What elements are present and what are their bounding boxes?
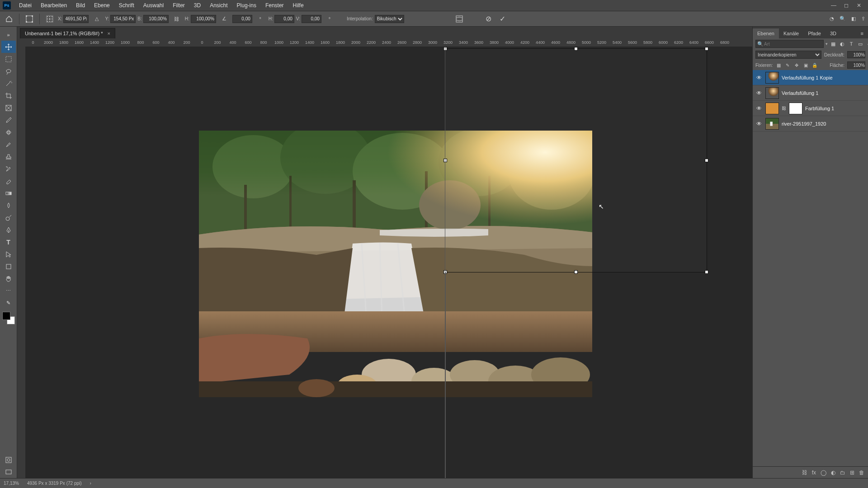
tab-pfade[interactable]: Pfade <box>803 28 826 38</box>
visibility-icon[interactable]: 👁 <box>755 90 763 96</box>
warp-mode-icon[interactable] <box>453 14 466 24</box>
share-icon[interactable]: ⇪ <box>861 16 865 22</box>
layer-thumb[interactable] <box>765 103 779 114</box>
skew-h-field[interactable] <box>274 15 294 23</box>
layer-mask-thumb[interactable] <box>789 103 802 114</box>
gradient-tool[interactable] <box>1 187 16 199</box>
layer-filter-input[interactable] <box>755 40 824 48</box>
visibility-icon[interactable]: 👁 <box>755 105 763 112</box>
new-group-icon[interactable]: 🗀 <box>840 469 845 476</box>
menu-3d[interactable]: 3D <box>189 0 205 11</box>
chevrons-icon[interactable]: » <box>1 28 16 41</box>
close-tab-icon[interactable]: × <box>107 31 110 36</box>
edit-toolbar-icon[interactable]: ✎ <box>1 297 16 309</box>
dodge-tool[interactable] <box>1 211 16 224</box>
filter-adjust-icon[interactable]: ◐ <box>839 40 846 47</box>
status-chevron-icon[interactable]: › <box>90 481 91 486</box>
layer-row[interactable]: 👁 Verlaufsfüllung 1 Kopie <box>753 70 868 85</box>
layer-fx-icon[interactable]: fx <box>812 469 816 476</box>
menu-plugins[interactable]: Plug-ins <box>232 0 261 11</box>
lock-position-icon[interactable]: ✥ <box>793 63 800 68</box>
heal-tool[interactable] <box>1 126 16 138</box>
lock-all-icon[interactable]: 🔒 <box>811 63 818 68</box>
frame-tool[interactable] <box>1 102 16 114</box>
transform-bounding-box[interactable] <box>445 48 707 272</box>
add-mask-icon[interactable]: ◯ <box>821 469 826 476</box>
wand-tool[interactable] <box>1 77 16 89</box>
document-tab[interactable]: Unbenannt-1 bei 17,1% (RGB/8#) * × <box>20 28 115 38</box>
reference-point-icon[interactable] <box>43 14 56 24</box>
layer-row[interactable]: 👁 river-2951997_1920 <box>753 116 868 131</box>
tab-kanaele[interactable]: Kanäle <box>779 28 803 38</box>
lock-artboard-icon[interactable]: ▣ <box>802 63 809 68</box>
menu-bearbeiten[interactable]: Bearbeiten <box>36 0 71 11</box>
eraser-tool[interactable] <box>1 175 16 187</box>
layer-row[interactable]: 👁 ⛓ Farbfüllung 1 <box>753 101 868 116</box>
stamp-tool[interactable] <box>1 150 16 163</box>
lock-transparency-icon[interactable]: ▦ <box>775 63 782 68</box>
y-field[interactable] <box>110 15 136 23</box>
screenmode-icon[interactable] <box>1 466 16 478</box>
delta-icon[interactable]: △ <box>90 14 103 24</box>
lasso-tool[interactable] <box>1 65 16 77</box>
menu-auswahl[interactable]: Auswahl <box>139 0 168 11</box>
link-wh-icon[interactable]: ⛓ <box>170 14 183 24</box>
commit-transform-icon[interactable]: ✓ <box>500 14 505 23</box>
x-field[interactable] <box>63 15 89 23</box>
interpolation-select[interactable]: Bikubisch <box>375 15 404 23</box>
history-brush-tool[interactable] <box>1 163 16 175</box>
shape-tool[interactable] <box>1 260 16 272</box>
delete-layer-icon[interactable]: 🗑 <box>859 469 864 476</box>
w-field[interactable] <box>143 15 169 23</box>
mask-link-icon[interactable]: ⛓ <box>782 106 786 111</box>
angle-field[interactable] <box>232 15 252 23</box>
brush-tool[interactable] <box>1 138 16 150</box>
blend-mode-select[interactable]: Ineinanderkopieren <box>755 51 821 59</box>
menu-datei[interactable]: Datei <box>14 0 36 11</box>
menu-schrift[interactable]: Schrift <box>114 0 139 11</box>
ruler-vertical[interactable] <box>17 47 25 478</box>
color-swatches[interactable] <box>2 312 15 324</box>
window-maximize[interactable]: ◻ <box>840 0 853 11</box>
status-zoom[interactable]: 17,13% <box>4 481 19 486</box>
transform-tool-icon[interactable] <box>23 14 36 24</box>
type-tool[interactable]: T <box>1 236 16 248</box>
blur-tool[interactable] <box>1 199 16 211</box>
filter-dropdown-icon[interactable]: ▾ <box>826 42 828 46</box>
filter-smart-icon[interactable]: ◈ <box>866 40 868 47</box>
cloud-docs-icon[interactable]: ◔ <box>830 16 834 22</box>
status-docinfo[interactable]: 4936 Px x 3319 Px (72 ppi) <box>27 481 82 486</box>
layer-row[interactable]: 👁 Verlaufsfüllung 1 <box>753 85 868 101</box>
search-icon[interactable]: 🔍 <box>840 16 846 22</box>
more-tools-icon[interactable]: ⋯ <box>1 285 16 297</box>
visibility-icon[interactable]: 👁 <box>755 75 763 81</box>
filter-type-icon[interactable]: T <box>848 40 855 47</box>
menu-hilfe[interactable]: Hilfe <box>288 0 308 11</box>
new-layer-icon[interactable]: ⊞ <box>850 469 854 476</box>
filter-pixel-icon[interactable]: ▦ <box>830 40 837 47</box>
window-close[interactable]: ✕ <box>853 0 865 11</box>
ruler-horizontal[interactable]: 0200018001600140012001000800600400200020… <box>17 38 752 47</box>
h-field[interactable] <box>191 15 216 23</box>
canvas[interactable]: ↖ <box>25 47 752 478</box>
crop-tool[interactable] <box>1 89 16 102</box>
layer-thumb[interactable] <box>765 87 779 99</box>
quickmask-icon[interactable] <box>1 454 16 466</box>
menu-ebene[interactable]: Ebene <box>90 0 114 11</box>
workspace-icon[interactable]: ◧ <box>851 16 856 22</box>
cancel-transform-icon[interactable]: ⊘ <box>486 14 491 23</box>
marquee-tool[interactable] <box>1 53 16 65</box>
layer-thumb[interactable] <box>765 72 779 84</box>
window-minimize[interactable]: — <box>827 0 840 11</box>
menu-filter[interactable]: Filter <box>168 0 189 11</box>
opacity-field[interactable] <box>847 51 865 58</box>
filter-shape-icon[interactable]: ▭ <box>857 40 864 47</box>
visibility-icon[interactable]: 👁 <box>755 121 763 127</box>
adjustment-layer-icon[interactable]: ◐ <box>831 469 835 476</box>
pen-tool[interactable] <box>1 224 16 236</box>
eyedropper-tool[interactable] <box>1 114 16 126</box>
fill-field[interactable] <box>847 61 865 69</box>
menu-fenster[interactable]: Fenster <box>261 0 288 11</box>
home-button[interactable] <box>3 14 15 24</box>
move-tool[interactable] <box>1 41 16 53</box>
